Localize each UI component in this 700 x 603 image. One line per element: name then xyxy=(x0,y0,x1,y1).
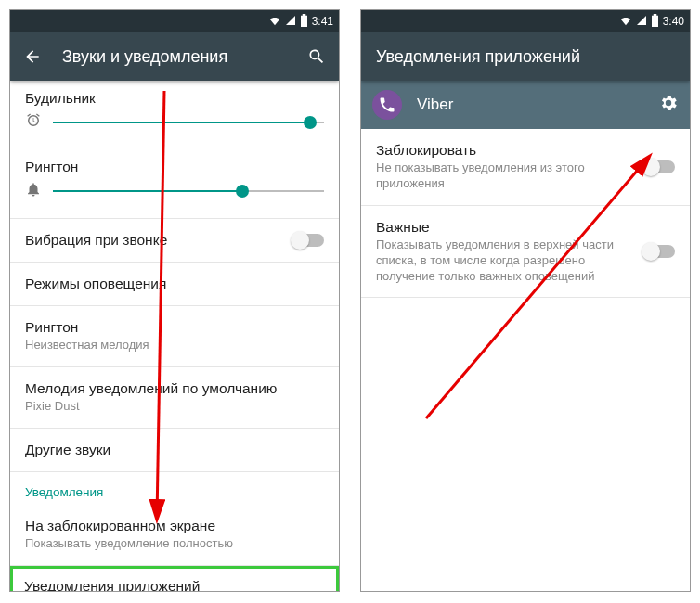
sublabel: Не показывать уведомления из этого прило… xyxy=(376,160,634,192)
label: Важные xyxy=(376,219,634,236)
sublabel: Показывать уведомление полностью xyxy=(25,536,324,552)
row-app-notifications[interactable]: Уведомления приложений xyxy=(10,566,339,592)
row-ringtone-volume[interactable]: Рингтон xyxy=(10,149,339,219)
battery-icon xyxy=(300,14,308,30)
row-interruption-modes[interactable]: Режимы оповещения xyxy=(10,263,339,306)
statusbar: 3:40 xyxy=(361,10,690,32)
row-lockscreen[interactable]: На заблокированном экране Показывать уве… xyxy=(10,505,339,566)
appbar: Звуки и уведомления xyxy=(10,32,339,81)
sublabel: Pixie Dust xyxy=(25,399,324,415)
label: Заблокировать xyxy=(376,142,634,159)
label: Будильник xyxy=(25,90,324,107)
row-default-notification-sound[interactable]: Мелодия уведомлений по умолчанию Pixie D… xyxy=(10,367,339,429)
row-block[interactable]: Заблокировать Не показывать уведомления … xyxy=(361,129,690,206)
vibrate-switch[interactable] xyxy=(292,234,324,247)
phone-right-frame: 3:40 Уведомления приложений Viber Заблок… xyxy=(360,9,691,592)
row-vibrate[interactable]: Вибрация при звонке xyxy=(10,219,339,263)
phone-left-frame: 3:41 Звуки и уведомления Будильник Рингт… xyxy=(9,9,340,592)
appbar: Уведомления приложений xyxy=(361,32,690,81)
alarm-slider[interactable] xyxy=(53,122,324,123)
bell-icon xyxy=(25,181,42,201)
sublabel: Показывать уведомления в верхней части с… xyxy=(376,237,634,285)
battery-icon xyxy=(651,14,659,30)
label: Рингтон xyxy=(25,319,324,336)
block-switch[interactable] xyxy=(643,160,675,173)
status-time: 3:41 xyxy=(312,15,333,28)
label: Рингтон xyxy=(25,159,324,175)
viber-app-icon xyxy=(372,90,402,120)
section-notifications: Уведомления xyxy=(10,472,339,505)
appbar-title: Звуки и уведомления xyxy=(62,47,287,67)
app-subbar: Viber xyxy=(361,81,690,129)
gear-icon[interactable] xyxy=(658,93,679,117)
label: Мелодия уведомлений по умолчанию xyxy=(25,380,324,397)
row-priority[interactable]: Важные Показывать уведомления в верхней … xyxy=(361,206,690,299)
label: Уведомления приложений xyxy=(24,578,325,592)
ringtone-slider[interactable] xyxy=(53,190,324,192)
settings-list: Будильник Рингтон Вибрация при звонке xyxy=(10,81,339,592)
alarm-icon xyxy=(25,112,42,133)
label: Другие звуки xyxy=(25,442,324,458)
settings-list: Заблокировать Не показывать уведомления … xyxy=(361,129,690,298)
signal-icon xyxy=(636,15,647,29)
statusbar: 3:41 xyxy=(10,10,339,32)
label: Вибрация при звонке xyxy=(25,232,324,249)
signal-icon xyxy=(285,15,296,29)
wifi-icon xyxy=(619,14,632,30)
row-alarm-volume[interactable]: Будильник xyxy=(10,81,339,149)
sublabel: Неизвестная мелодия xyxy=(25,338,324,353)
back-icon[interactable] xyxy=(21,45,44,68)
appbar-title: Уведомления приложений xyxy=(376,47,679,67)
app-name: Viber xyxy=(417,96,643,114)
wifi-icon xyxy=(268,14,281,30)
status-time: 3:40 xyxy=(663,15,684,28)
row-phone-ringtone[interactable]: Рингтон Неизвестная мелодия xyxy=(10,306,339,367)
label: На заблокированном экране xyxy=(25,518,324,534)
search-icon[interactable] xyxy=(305,45,328,68)
row-other-sounds[interactable]: Другие звуки xyxy=(10,429,339,472)
priority-switch[interactable] xyxy=(643,245,675,258)
label: Режимы оповещения xyxy=(25,276,324,292)
